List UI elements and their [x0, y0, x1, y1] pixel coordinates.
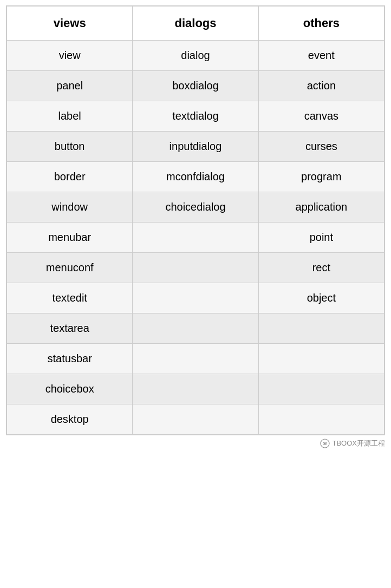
table-row: buttoninputdialogcurses: [7, 132, 385, 162]
cell-4-0: border: [7, 162, 133, 192]
table-row: texteditobject: [7, 283, 385, 313]
cell-3-1: inputdialog: [133, 132, 258, 162]
table-row: menubarpoint: [7, 223, 385, 253]
cell-2-1: textdialog: [133, 101, 258, 132]
cell-7-2: rect: [258, 253, 384, 283]
table-row: bordermconfdialogprogram: [7, 162, 385, 192]
header-others: others: [258, 6, 384, 41]
header-row: views dialogs others: [7, 6, 385, 41]
cell-5-0: window: [7, 192, 133, 223]
watermark-icon: [320, 439, 330, 448]
table-row: viewdialogevent: [7, 41, 385, 71]
cell-2-2: canvas: [258, 101, 384, 132]
cell-3-0: button: [7, 132, 133, 162]
table-row: textarea: [7, 313, 385, 344]
cell-9-2: [258, 313, 384, 344]
cell-8-2: object: [258, 283, 384, 313]
cell-3-2: curses: [258, 132, 384, 162]
cell-2-0: label: [7, 101, 133, 132]
cell-1-1: boxdialog: [133, 71, 258, 101]
main-table-container: views dialogs others viewdialogeventpane…: [6, 5, 385, 435]
cell-8-0: textedit: [7, 283, 133, 313]
table-row: choicebox: [7, 374, 385, 404]
cell-10-2: [258, 344, 384, 374]
cell-7-0: menuconf: [7, 253, 133, 283]
table-row: menuconfrect: [7, 253, 385, 283]
cell-1-0: panel: [7, 71, 133, 101]
header-dialogs: dialogs: [133, 6, 258, 41]
table-row: windowchoicedialogapplication: [7, 192, 385, 223]
cell-12-0: desktop: [7, 404, 133, 435]
cell-4-1: mconfdialog: [133, 162, 258, 192]
cell-11-2: [258, 374, 384, 404]
cell-9-1: [133, 313, 258, 344]
table-row: panelboxdialogaction: [7, 71, 385, 101]
table-row: labeltextdialogcanvas: [7, 101, 385, 132]
cell-0-2: event: [258, 41, 384, 71]
watermark-text: TBOOX开源工程: [332, 439, 385, 448]
cell-12-1: [133, 404, 258, 435]
cell-1-2: action: [258, 71, 384, 101]
cell-4-2: program: [258, 162, 384, 192]
cell-10-0: statusbar: [7, 344, 133, 374]
cell-6-0: menubar: [7, 223, 133, 253]
cell-8-1: [133, 283, 258, 313]
table-row: statusbar: [7, 344, 385, 374]
cell-12-2: [258, 404, 384, 435]
svg-point-1: [324, 443, 326, 445]
cell-11-0: choicebox: [7, 374, 133, 404]
cell-6-2: point: [258, 223, 384, 253]
cell-5-2: application: [258, 192, 384, 223]
cell-11-1: [133, 374, 258, 404]
cell-0-0: view: [7, 41, 133, 71]
header-views: views: [7, 6, 133, 41]
table-row: desktop: [7, 404, 385, 435]
cell-0-1: dialog: [133, 41, 258, 71]
cell-5-1: choicedialog: [133, 192, 258, 223]
cell-7-1: [133, 253, 258, 283]
cell-10-1: [133, 344, 258, 374]
watermark: TBOOX开源工程: [6, 435, 385, 448]
data-table: views dialogs others viewdialogeventpane…: [6, 6, 385, 435]
cell-6-1: [133, 223, 258, 253]
cell-9-0: textarea: [7, 313, 133, 344]
